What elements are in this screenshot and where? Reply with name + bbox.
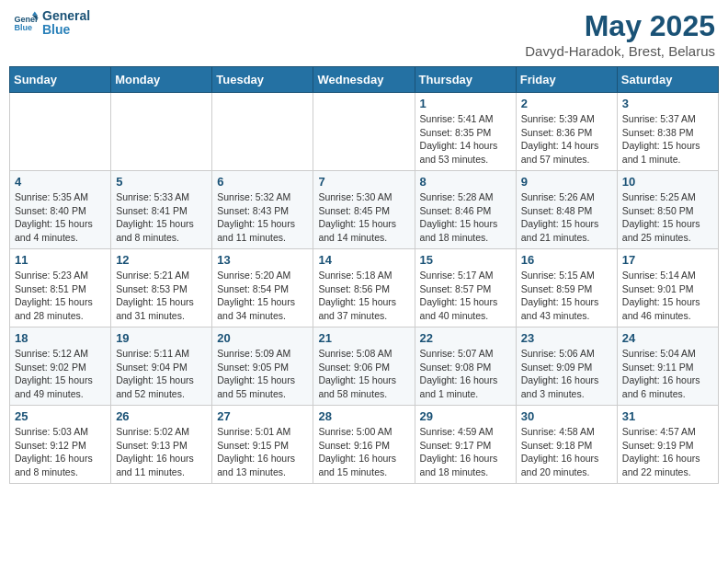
day-cell-10: 10Sunrise: 5:25 AMSunset: 8:50 PMDayligh… [617, 171, 718, 249]
day-info: Sunrise: 5:23 AMSunset: 8:51 PMDaylight:… [15, 269, 106, 323]
day-info: Sunrise: 5:15 AMSunset: 8:59 PMDaylight:… [521, 269, 612, 323]
day-number: 6 [217, 175, 308, 189]
day-number: 26 [116, 409, 207, 423]
empty-cell [212, 93, 313, 171]
day-info: Sunrise: 5:32 AMSunset: 8:43 PMDaylight:… [217, 190, 308, 245]
day-number: 19 [116, 331, 207, 345]
day-cell-28: 28Sunrise: 5:00 AMSunset: 9:16 PMDayligh… [313, 406, 415, 484]
day-number: 22 [420, 331, 511, 345]
day-cell-12: 12Sunrise: 5:21 AMSunset: 8:53 PMDayligh… [111, 249, 212, 327]
day-info: Sunrise: 5:00 AMSunset: 9:16 PMDaylight:… [318, 425, 409, 479]
day-cell-13: 13Sunrise: 5:20 AMSunset: 8:54 PMDayligh… [212, 249, 313, 327]
day-cell-17: 17Sunrise: 5:14 AMSunset: 9:01 PMDayligh… [617, 249, 718, 327]
day-info: Sunrise: 5:35 AMSunset: 8:40 PMDaylight:… [15, 190, 106, 245]
day-info: Sunrise: 5:03 AMSunset: 9:12 PMDaylight:… [15, 425, 106, 479]
empty-cell [313, 93, 415, 171]
day-info: Sunrise: 5:30 AMSunset: 8:45 PMDaylight:… [318, 190, 409, 245]
day-cell-7: 7Sunrise: 5:30 AMSunset: 8:45 PMDaylight… [313, 171, 415, 249]
logo-line2: Blue [42, 23, 90, 37]
day-number: 9 [521, 175, 612, 189]
day-cell-24: 24Sunrise: 5:04 AMSunset: 9:11 PMDayligh… [617, 327, 718, 406]
day-number: 29 [420, 409, 511, 423]
day-info: Sunrise: 5:14 AMSunset: 9:01 PMDaylight:… [622, 269, 713, 323]
day-info: Sunrise: 5:06 AMSunset: 9:09 PMDaylight:… [521, 347, 612, 401]
day-info: Sunrise: 5:39 AMSunset: 8:36 PMDaylight:… [521, 112, 612, 167]
day-number: 23 [521, 331, 612, 345]
day-number: 4 [15, 175, 106, 189]
day-info: Sunrise: 5:07 AMSunset: 9:08 PMDaylight:… [420, 347, 511, 401]
day-cell-26: 26Sunrise: 5:02 AMSunset: 9:13 PMDayligh… [111, 406, 212, 484]
day-cell-15: 15Sunrise: 5:17 AMSunset: 8:57 PMDayligh… [415, 249, 516, 327]
calendar: SundayMondayTuesdayWednesdayThursdayFrid… [9, 66, 719, 484]
day-info: Sunrise: 5:12 AMSunset: 9:02 PMDaylight:… [15, 347, 106, 401]
day-cell-6: 6Sunrise: 5:32 AMSunset: 8:43 PMDaylight… [212, 171, 313, 249]
day-cell-31: 31Sunrise: 4:57 AMSunset: 9:19 PMDayligh… [617, 406, 718, 484]
day-cell-23: 23Sunrise: 5:06 AMSunset: 9:09 PMDayligh… [516, 327, 617, 406]
day-number: 12 [116, 253, 207, 267]
day-number: 11 [15, 253, 106, 267]
day-info: Sunrise: 5:28 AMSunset: 8:46 PMDaylight:… [420, 190, 511, 245]
day-number: 2 [521, 97, 612, 110]
day-number: 7 [318, 175, 409, 189]
day-cell-25: 25Sunrise: 5:03 AMSunset: 9:12 PMDayligh… [10, 406, 111, 484]
month-title: May 2025 [525, 9, 715, 43]
weekday-header-thursday: Thursday [415, 67, 516, 93]
week-row-2: 4Sunrise: 5:35 AMSunset: 8:40 PMDaylight… [10, 171, 719, 249]
day-number: 31 [622, 409, 713, 423]
weekday-header-wednesday: Wednesday [313, 67, 415, 93]
day-cell-22: 22Sunrise: 5:07 AMSunset: 9:08 PMDayligh… [415, 327, 516, 406]
day-cell-1: 1Sunrise: 5:41 AMSunset: 8:35 PMDaylight… [415, 93, 516, 171]
logo: General Blue General Blue [13, 9, 90, 38]
day-info: Sunrise: 5:01 AMSunset: 9:15 PMDaylight:… [217, 425, 308, 479]
week-row-4: 18Sunrise: 5:12 AMSunset: 9:02 PMDayligh… [10, 327, 719, 406]
day-info: Sunrise: 5:17 AMSunset: 8:57 PMDaylight:… [420, 269, 511, 323]
day-cell-8: 8Sunrise: 5:28 AMSunset: 8:46 PMDaylight… [415, 171, 516, 249]
day-number: 30 [521, 409, 612, 423]
day-number: 17 [622, 253, 713, 267]
day-number: 10 [622, 175, 713, 189]
day-number: 8 [420, 175, 511, 189]
day-cell-9: 9Sunrise: 5:26 AMSunset: 8:48 PMDaylight… [516, 171, 617, 249]
week-row-5: 25Sunrise: 5:03 AMSunset: 9:12 PMDayligh… [10, 406, 719, 484]
day-info: Sunrise: 5:09 AMSunset: 9:05 PMDaylight:… [217, 347, 308, 401]
page-header: General Blue General Blue May 2025 Davyd… [9, 9, 719, 59]
logo-line1: General [42, 9, 90, 23]
weekday-header-saturday: Saturday [617, 67, 718, 93]
day-cell-18: 18Sunrise: 5:12 AMSunset: 9:02 PMDayligh… [10, 327, 111, 406]
day-cell-5: 5Sunrise: 5:33 AMSunset: 8:41 PMDaylight… [111, 171, 212, 249]
day-info: Sunrise: 5:26 AMSunset: 8:48 PMDaylight:… [521, 190, 612, 245]
day-cell-30: 30Sunrise: 4:58 AMSunset: 9:18 PMDayligh… [516, 406, 617, 484]
day-number: 21 [318, 331, 409, 345]
day-info: Sunrise: 5:18 AMSunset: 8:56 PMDaylight:… [318, 269, 409, 323]
weekday-header-row: SundayMondayTuesdayWednesdayThursdayFrid… [10, 67, 719, 93]
weekday-header-sunday: Sunday [10, 67, 111, 93]
day-cell-20: 20Sunrise: 5:09 AMSunset: 9:05 PMDayligh… [212, 327, 313, 406]
empty-cell [111, 93, 212, 171]
week-row-1: 1Sunrise: 5:41 AMSunset: 8:35 PMDaylight… [10, 93, 719, 171]
day-number: 16 [521, 253, 612, 267]
logo-icon: General Blue [13, 10, 39, 36]
day-cell-14: 14Sunrise: 5:18 AMSunset: 8:56 PMDayligh… [313, 249, 415, 327]
location-title: Davyd-Haradok, Brest, Belarus [525, 43, 715, 59]
day-number: 1 [420, 97, 511, 110]
day-info: Sunrise: 5:37 AMSunset: 8:38 PMDaylight:… [622, 112, 713, 167]
day-cell-16: 16Sunrise: 5:15 AMSunset: 8:59 PMDayligh… [516, 249, 617, 327]
day-info: Sunrise: 5:33 AMSunset: 8:41 PMDaylight:… [116, 190, 207, 245]
day-number: 18 [15, 331, 106, 345]
day-number: 15 [420, 253, 511, 267]
day-number: 20 [217, 331, 308, 345]
day-cell-29: 29Sunrise: 4:59 AMSunset: 9:17 PMDayligh… [415, 406, 516, 484]
weekday-header-monday: Monday [111, 67, 212, 93]
day-cell-19: 19Sunrise: 5:11 AMSunset: 9:04 PMDayligh… [111, 327, 212, 406]
day-cell-2: 2Sunrise: 5:39 AMSunset: 8:36 PMDaylight… [516, 93, 617, 171]
title-block: May 2025 Davyd-Haradok, Brest, Belarus [525, 9, 715, 59]
day-cell-11: 11Sunrise: 5:23 AMSunset: 8:51 PMDayligh… [10, 249, 111, 327]
svg-text:Blue: Blue [14, 24, 32, 33]
day-info: Sunrise: 4:58 AMSunset: 9:18 PMDaylight:… [521, 425, 612, 479]
day-cell-4: 4Sunrise: 5:35 AMSunset: 8:40 PMDaylight… [10, 171, 111, 249]
day-number: 25 [15, 409, 106, 423]
day-number: 13 [217, 253, 308, 267]
day-number: 14 [318, 253, 409, 267]
day-cell-21: 21Sunrise: 5:08 AMSunset: 9:06 PMDayligh… [313, 327, 415, 406]
day-cell-27: 27Sunrise: 5:01 AMSunset: 9:15 PMDayligh… [212, 406, 313, 484]
